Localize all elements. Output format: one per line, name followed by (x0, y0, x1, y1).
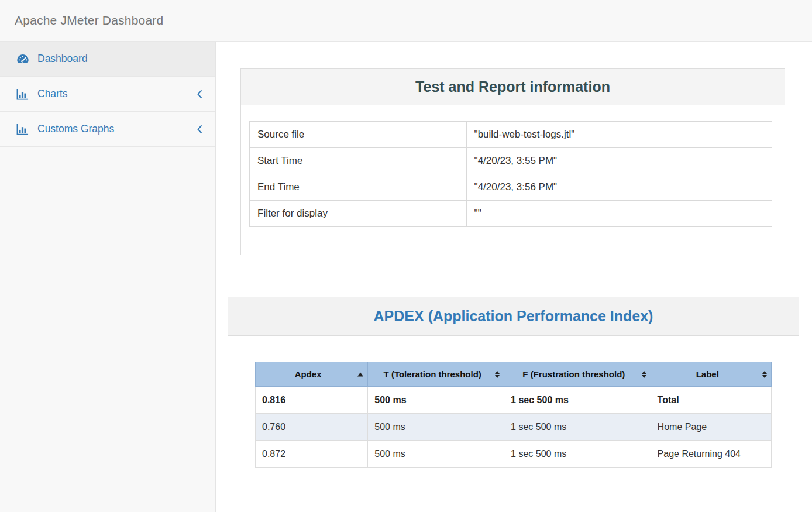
info-label: Source file (250, 122, 467, 148)
bar-chart-icon (16, 123, 30, 136)
tachometer-icon (16, 53, 30, 66)
info-value: "build-web-test-logs.jtl" (466, 122, 772, 148)
apdex-title: APDEX (Application Performance Index) (374, 308, 653, 325)
toleration-value: 500 ms (368, 414, 504, 441)
label-value: Page Returning 404 (651, 441, 771, 468)
apdex-table: Apdex T (Toleration threshold) F (Frustr… (255, 362, 772, 468)
table-row: 0.816 500 ms 1 sec 500 ms Total (256, 387, 772, 414)
apdex-header-row: Apdex T (Toleration threshold) F (Frustr… (256, 362, 772, 387)
column-header-frustration[interactable]: F (Frustration threshold) (504, 362, 651, 387)
frustration-value: 1 sec 500 ms (504, 441, 651, 468)
test-info-title: Test and Report information (415, 78, 610, 95)
sidebar: Dashboard Charts (0, 42, 216, 512)
sidebar-item-customs-graphs[interactable]: Customs Graphs (0, 112, 215, 147)
info-value: "4/20/23, 3:55 PM" (466, 148, 772, 174)
toleration-value: 500 ms (368, 441, 504, 468)
bar-chart-icon (16, 88, 30, 101)
test-info-panel-body: Source file "build-web-test-logs.jtl" St… (241, 105, 785, 255)
table-row: Filter for display "" (250, 201, 772, 227)
info-value: "" (466, 201, 772, 227)
info-label: Start Time (250, 148, 467, 174)
apdex-value: 0.760 (256, 414, 368, 441)
apdex-value: 0.816 (256, 387, 368, 414)
frustration-value: 1 sec 500 ms (504, 414, 651, 441)
apdex-panel: APDEX (Application Performance Index) Ap… (228, 297, 799, 494)
apdex-panel-header: APDEX (Application Performance Index) (228, 297, 799, 336)
test-info-panel-header: Test and Report information (241, 69, 785, 105)
column-header-label[interactable]: Label (651, 362, 771, 387)
chevron-left-icon (197, 125, 202, 134)
info-value: "4/20/23, 3:56 PM" (466, 174, 772, 201)
test-info-table: Source file "build-web-test-logs.jtl" St… (249, 121, 772, 227)
apdex-panel-body: Apdex T (Toleration threshold) F (Frustr… (228, 336, 799, 494)
table-row: Start Time "4/20/23, 3:55 PM" (250, 148, 772, 174)
column-header-toleration[interactable]: T (Toleration threshold) (368, 362, 504, 387)
test-info-panel: Test and Report information Source file … (240, 68, 785, 255)
table-row: End Time "4/20/23, 3:56 PM" (250, 174, 772, 201)
main-content: Test and Report information Source file … (216, 42, 812, 512)
frustration-value: 1 sec 500 ms (504, 387, 651, 414)
app-title: Apache JMeter Dashboard (15, 13, 163, 28)
sidebar-item-label: Customs Graphs (37, 123, 114, 135)
sidebar-item-label: Dashboard (37, 53, 88, 65)
column-header-apdex[interactable]: Apdex (256, 362, 368, 387)
info-label: End Time (250, 174, 467, 201)
label-value: Total (651, 387, 771, 414)
apdex-value: 0.872 (256, 441, 368, 468)
sort-asc-icon (357, 372, 363, 376)
table-row: 0.872 500 ms 1 sec 500 ms Page Returning… (256, 441, 772, 468)
sort-both-icon (495, 371, 500, 378)
sidebar-item-charts[interactable]: Charts (0, 77, 215, 112)
label-value: Home Page (651, 414, 771, 441)
topbar: Apache JMeter Dashboard (0, 0, 812, 42)
sidebar-item-label: Charts (37, 88, 68, 100)
chevron-left-icon (197, 90, 202, 99)
sort-both-icon (762, 371, 767, 378)
table-row: 0.760 500 ms 1 sec 500 ms Home Page (256, 414, 772, 441)
info-label: Filter for display (250, 201, 467, 227)
sidebar-item-dashboard[interactable]: Dashboard (0, 42, 215, 77)
sort-both-icon (642, 371, 646, 378)
toleration-value: 500 ms (368, 387, 504, 414)
table-row: Source file "build-web-test-logs.jtl" (250, 122, 772, 148)
